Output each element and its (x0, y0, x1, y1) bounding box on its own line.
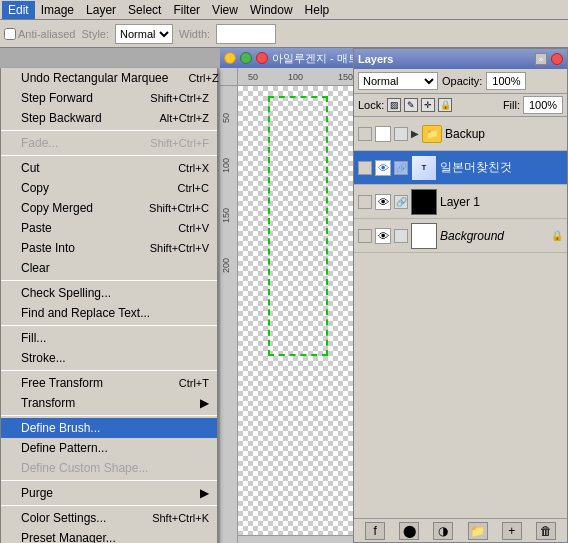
menu-item-step-backward[interactable]: Step Backward Alt+Ctrl+Z (1, 108, 217, 128)
menu-item-preset-manager[interactable]: Preset Manager... (1, 528, 217, 543)
opacity-input[interactable] (486, 72, 526, 90)
separator-6 (1, 415, 217, 416)
menu-item-define-custom-shape: Define Custom Shape... (1, 458, 217, 478)
menu-item-color-settings[interactable]: Color Settings... Shft+Ctrl+K (1, 508, 217, 528)
menu-item-fade: Fade... Shift+Ctrl+F (1, 133, 217, 153)
ruler-corner (220, 68, 238, 86)
layer-visibility-korean[interactable]: 👁 (375, 160, 391, 176)
layer-link-backup[interactable] (394, 127, 408, 141)
layer-thumbnail-background (411, 223, 437, 249)
layers-list: ▶ 📁 Backup 👁 🔗 T 일본머찾친것 👁 🔗 Layer 1 (354, 117, 567, 317)
layer-group-btn[interactable]: 📁 (468, 522, 488, 540)
layer-thumbnail-layer1 (411, 189, 437, 215)
menu-layer[interactable]: Layer (80, 1, 122, 19)
menu-item-cut[interactable]: Cut Ctrl+X (1, 158, 217, 178)
layer-name-background: Background (440, 229, 548, 243)
menu-window[interactable]: Window (244, 1, 299, 19)
layer-row-layer1[interactable]: 👁 🔗 Layer 1 (354, 185, 567, 219)
menu-item-stroke[interactable]: Stroke... (1, 348, 217, 368)
layer-row-backup[interactable]: ▶ 📁 Backup (354, 117, 567, 151)
menu-item-paste-into[interactable]: Paste Into Shift+Ctrl+V (1, 238, 217, 258)
layer-row-korean[interactable]: 👁 🔗 T 일본머찾친것 (354, 151, 567, 185)
svg-text:50: 50 (221, 113, 231, 123)
layer-new-btn[interactable]: + (502, 522, 522, 540)
menu-edit[interactable]: Edit (2, 1, 35, 19)
layer-fx-btn[interactable]: f (365, 522, 385, 540)
menu-item-undo[interactable]: Undo Rectangular Marquee Ctrl+Z (1, 68, 217, 88)
menu-item-purge[interactable]: Purge ▶ (1, 483, 217, 503)
lock-all-icon[interactable]: 🔒 (438, 98, 452, 112)
menu-item-transform[interactable]: Transform ▶ (1, 393, 217, 413)
separator-3 (1, 280, 217, 281)
layer-checkbox-layer1[interactable] (358, 195, 372, 209)
layers-titlebar: Layers » (354, 49, 567, 69)
panel-expand-btn[interactable]: » (535, 53, 547, 65)
layer-delete-btn[interactable]: 🗑 (536, 522, 556, 540)
menu-item-step-forward[interactable]: Step Forward Shift+Ctrl+Z (1, 88, 217, 108)
style-label: Style: (81, 28, 109, 40)
svg-text:50: 50 (248, 72, 258, 82)
layer-visibility-backup[interactable] (375, 126, 391, 142)
menu-item-find-replace[interactable]: Find and Replace Text... (1, 303, 217, 323)
antialiased-label: Anti-aliased (18, 28, 75, 40)
svg-text:150: 150 (221, 208, 231, 223)
svg-text:200: 200 (221, 258, 231, 273)
menu-help[interactable]: Help (299, 1, 336, 19)
menu-bar: Edit Image Layer Select Filter View Wind… (0, 0, 568, 20)
layer-adjustment-btn[interactable]: ◑ (433, 522, 453, 540)
lock-transparent-icon[interactable]: ▨ (387, 98, 401, 112)
antialiased-checkbox[interactable] (4, 28, 16, 40)
separator-4 (1, 325, 217, 326)
menu-item-check-spelling[interactable]: Check Spelling... (1, 283, 217, 303)
layer-row-background[interactable]: 👁 Background 🔒 (354, 219, 567, 253)
menu-item-paste[interactable]: Paste Ctrl+V (1, 218, 217, 238)
marquee-selection (268, 96, 328, 356)
menu-item-clear[interactable]: Clear (1, 258, 217, 278)
layer-link-korean[interactable]: 🔗 (394, 161, 408, 175)
menu-view[interactable]: View (206, 1, 244, 19)
layer-checkbox-backup[interactable] (358, 127, 372, 141)
layer-folder-icon-backup: 📁 (422, 125, 442, 143)
layers-lock-row: Lock: ▨ ✎ ✛ 🔒 Fill: (354, 94, 567, 117)
menu-item-fill[interactable]: Fill... (1, 328, 217, 348)
lock-position-icon[interactable]: ✛ (421, 98, 435, 112)
style-select[interactable]: Normal (115, 24, 173, 44)
window-close-btn[interactable] (256, 52, 268, 64)
layer-link-layer1[interactable]: 🔗 (394, 195, 408, 209)
opacity-label: Opacity: (442, 75, 482, 87)
ruler-vertical: 50 100 150 200 (220, 86, 238, 543)
layer-checkbox-background[interactable] (358, 229, 372, 243)
svg-text:100: 100 (288, 72, 303, 82)
layer-visibility-background[interactable]: 👁 (375, 228, 391, 244)
window-maximize-btn[interactable] (240, 52, 252, 64)
menu-item-define-brush[interactable]: Define Brush... (1, 418, 217, 438)
menu-item-copy-merged[interactable]: Copy Merged Shift+Ctrl+C (1, 198, 217, 218)
layer-thumbnail-korean: T (411, 155, 437, 181)
blend-mode-select[interactable]: Normal (358, 72, 438, 90)
layer-mask-btn[interactable]: ⬤ (399, 522, 419, 540)
svg-text:100: 100 (221, 158, 231, 173)
layer-locked-icon-background: 🔒 (551, 230, 563, 241)
layer-name-korean: 일본머찾친것 (440, 159, 563, 176)
lock-image-icon[interactable]: ✎ (404, 98, 418, 112)
antialiased-option: Anti-aliased (4, 28, 75, 40)
menu-item-copy[interactable]: Copy Ctrl+C (1, 178, 217, 198)
svg-text:150: 150 (338, 72, 353, 82)
layer-link-background[interactable] (394, 229, 408, 243)
window-minimize-btn[interactable] (224, 52, 236, 64)
lock-label: Lock: (358, 99, 384, 111)
menu-select[interactable]: Select (122, 1, 167, 19)
menu-image[interactable]: Image (35, 1, 80, 19)
separator-1 (1, 130, 217, 131)
layer-visibility-layer1[interactable]: 👁 (375, 194, 391, 210)
menu-item-define-pattern[interactable]: Define Pattern... (1, 438, 217, 458)
panel-close-btn[interactable] (551, 53, 563, 65)
separator-2 (1, 155, 217, 156)
layers-bottom-toolbar: f ⬤ ◑ 📁 + 🗑 (354, 518, 567, 542)
layer-name-backup: Backup (445, 127, 563, 141)
menu-filter[interactable]: Filter (167, 1, 206, 19)
width-input[interactable] (216, 24, 276, 44)
menu-item-free-transform[interactable]: Free Transform Ctrl+T (1, 373, 217, 393)
layer-checkbox-korean[interactable] (358, 161, 372, 175)
fill-input[interactable] (523, 96, 563, 114)
